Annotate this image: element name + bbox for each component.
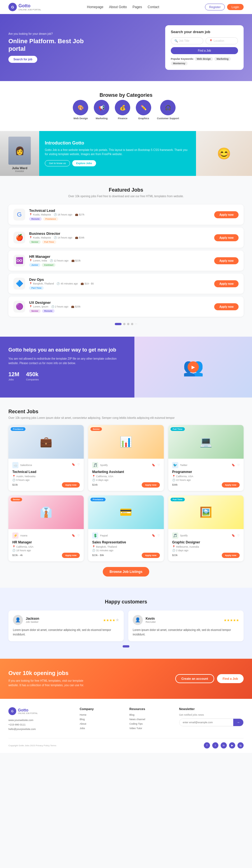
heart-icon[interactable]: ♡ bbox=[157, 534, 160, 537]
testimonial-header: 👤 Jackson Job Seeker ★★★★★ bbox=[13, 615, 119, 625]
hero-cta-button[interactable]: Search for job bbox=[8, 56, 37, 63]
footer-link-blog[interactable]: Blog bbox=[79, 718, 123, 721]
social-youtube[interactable]: ▶ bbox=[229, 742, 235, 748]
apply-button[interactable]: Apply now bbox=[142, 553, 159, 558]
apply-button[interactable]: Apply now bbox=[214, 257, 239, 264]
keyword-tag[interactable]: Monterrey bbox=[171, 61, 188, 65]
page-dot-1[interactable] bbox=[115, 323, 121, 325]
job-title-input[interactable]: 🔍 Job Title bbox=[171, 37, 203, 44]
like-icons: 🔖 ♡ bbox=[72, 463, 80, 466]
heart-icon[interactable]: ♡ bbox=[237, 534, 240, 537]
like-icons: 🔖 ♡ bbox=[231, 534, 240, 537]
job-logo: 🔷 bbox=[13, 278, 25, 289]
page-dot-3[interactable] bbox=[127, 323, 129, 325]
get-job-image: 👥 ▶ bbox=[134, 337, 252, 398]
intro-buttons: Get to know us Explore Jobs bbox=[45, 160, 190, 166]
category-web-design[interactable]: 🎨 Web Design bbox=[73, 100, 88, 120]
apply-button[interactable]: Apply now bbox=[222, 482, 240, 488]
category-marketing[interactable]: 📢 Marketing bbox=[94, 100, 109, 120]
company-info: ☁️ Salesforce 🔖 ♡ bbox=[12, 462, 80, 468]
category-icon-support: 🎧 bbox=[160, 100, 176, 115]
get-to-know-button[interactable]: Get to know us bbox=[45, 160, 70, 166]
apply-button[interactable]: Apply now bbox=[214, 211, 239, 218]
card-badge: Senior bbox=[91, 427, 102, 431]
apply-button[interactable]: Apply now bbox=[62, 553, 80, 558]
job-title: UX Designer bbox=[29, 301, 210, 305]
social-linkedin[interactable]: in bbox=[221, 742, 227, 748]
login-button[interactable]: Login bbox=[227, 4, 244, 10]
heart-icon[interactable]: ♡ bbox=[77, 463, 80, 466]
job-time: 🕐 45 minutes ago bbox=[57, 282, 78, 285]
find-job-button[interactable]: Find a Job bbox=[171, 47, 238, 54]
company-info: 🎵 Spotify 🔖 ♡ bbox=[172, 532, 240, 539]
apply-button[interactable]: Apply now bbox=[214, 280, 239, 287]
job-location: 📍 Bangkok, Thailand bbox=[29, 282, 54, 285]
tag-contract: Contract bbox=[42, 263, 56, 267]
footer-resource-blog[interactable]: Blog bbox=[129, 713, 173, 716]
card-image-wrapper: 🖼️ Full Time bbox=[168, 495, 244, 529]
nav-about[interactable]: About Gotto bbox=[109, 5, 127, 9]
nav-contact[interactable]: Contact bbox=[148, 5, 159, 9]
footer-company-links: Home Blog About Jobs bbox=[79, 713, 123, 730]
apply-button[interactable]: Apply now bbox=[142, 482, 159, 488]
heart-icon[interactable]: ♡ bbox=[77, 534, 80, 537]
intro-title: Introduction Gotto bbox=[45, 141, 190, 146]
footer-link-about[interactable]: About bbox=[79, 722, 123, 725]
page-dot-4[interactable] bbox=[131, 323, 133, 325]
categories-title: Browse by Categories bbox=[8, 92, 244, 98]
apply-button[interactable]: Apply now bbox=[214, 303, 239, 310]
get-job-left: Gotto helps you an easier way to get new… bbox=[0, 337, 134, 398]
apply-button[interactable]: Apply now bbox=[214, 234, 239, 241]
keyword-tag[interactable]: Marketing bbox=[214, 57, 231, 61]
explore-jobs-button[interactable]: Explore Jobs bbox=[72, 160, 96, 166]
job-tags: Senior Remote bbox=[29, 309, 210, 313]
bookmark-icon[interactable]: 🔖 bbox=[231, 534, 235, 537]
location-input[interactable]: 📍 Location bbox=[206, 37, 238, 44]
testimonial-dot-1[interactable] bbox=[123, 645, 129, 648]
card-body: 🐦 Twitter 🔖 ♡ Programmer 📍 California, U… bbox=[168, 459, 244, 491]
heart-icon[interactable]: ♡ bbox=[157, 463, 160, 467]
footer-link-home[interactable]: Home bbox=[79, 713, 123, 716]
job-location: 📍 Lorem, India bbox=[29, 259, 47, 262]
browse-listings-button[interactable]: Browse Job Listings bbox=[103, 567, 149, 577]
social-twitter[interactable]: t bbox=[212, 742, 218, 748]
bookmark-icon[interactable]: 🔖 bbox=[231, 463, 235, 467]
bookmark-icon[interactable]: 🔖 bbox=[72, 463, 75, 466]
category-support[interactable]: 🎧 Customer Support bbox=[157, 100, 179, 120]
footer-resource-video[interactable]: Video Tutor bbox=[129, 727, 173, 730]
newsletter-submit-button[interactable]: → bbox=[233, 719, 243, 726]
stars-filled: ★★★★ bbox=[103, 618, 115, 622]
social-facebook[interactable]: f bbox=[204, 742, 210, 748]
apply-button[interactable]: Apply now bbox=[222, 553, 240, 558]
bookmark-icon[interactable]: 🔖 bbox=[72, 534, 75, 537]
hero-title: Online Platform. Best Job portal bbox=[8, 38, 87, 53]
nav-pages[interactable]: Pages bbox=[133, 5, 142, 9]
register-button[interactable]: Register bbox=[205, 4, 225, 10]
bookmark-icon[interactable]: 🔖 bbox=[152, 534, 155, 537]
heart-icon[interactable]: ♡ bbox=[237, 463, 240, 467]
bookmark-icon[interactable]: 🔖 bbox=[152, 463, 155, 467]
social-instagram[interactable]: ig bbox=[238, 742, 244, 748]
intro-person: 👩 Julia Ward Investor bbox=[0, 131, 39, 176]
job-meta: 📍 Kuala, Malaysia 🕐 14 hours ago 💼 $34k bbox=[29, 236, 210, 239]
footer-resource-news[interactable]: News channel bbox=[129, 718, 173, 721]
create-account-button[interactable]: Create an account bbox=[175, 674, 214, 683]
keyword-tag[interactable]: Web design bbox=[194, 57, 213, 61]
nav-homepage[interactable]: Homepage bbox=[87, 5, 104, 9]
find-job-cta-button[interactable]: Find a Job bbox=[217, 674, 244, 683]
like-row: 🔖 ♡ bbox=[72, 534, 80, 537]
footer-link-jobs[interactable]: Jobs bbox=[79, 727, 123, 730]
category-graphics[interactable]: ✏️ Graphics bbox=[136, 100, 151, 120]
featured-sub: Over 10k opening jobs Feel free to downl… bbox=[8, 195, 244, 198]
card-body: ☁️ Salesforce 🔖 ♡ Technical Lead 📍 Austi… bbox=[8, 459, 84, 491]
apply-button[interactable]: Apply now bbox=[62, 482, 80, 488]
footer-logo[interactable]: G Gotto ONLINE JOB PORTAL bbox=[8, 707, 73, 715]
newsletter-input[interactable] bbox=[179, 719, 233, 726]
logo[interactable]: G Gotto ONLINE JOB PORTAL bbox=[8, 3, 41, 11]
category-finance[interactable]: 💰 Finance bbox=[115, 100, 130, 120]
footer-resource-coding[interactable]: Coding Tips bbox=[129, 722, 173, 725]
card-time: 🕐 22 hours ago bbox=[172, 478, 240, 482]
page-dot-2[interactable] bbox=[123, 323, 125, 325]
job-title: HR Manager bbox=[29, 254, 210, 259]
testimonial-role: Recruiter bbox=[146, 621, 156, 623]
